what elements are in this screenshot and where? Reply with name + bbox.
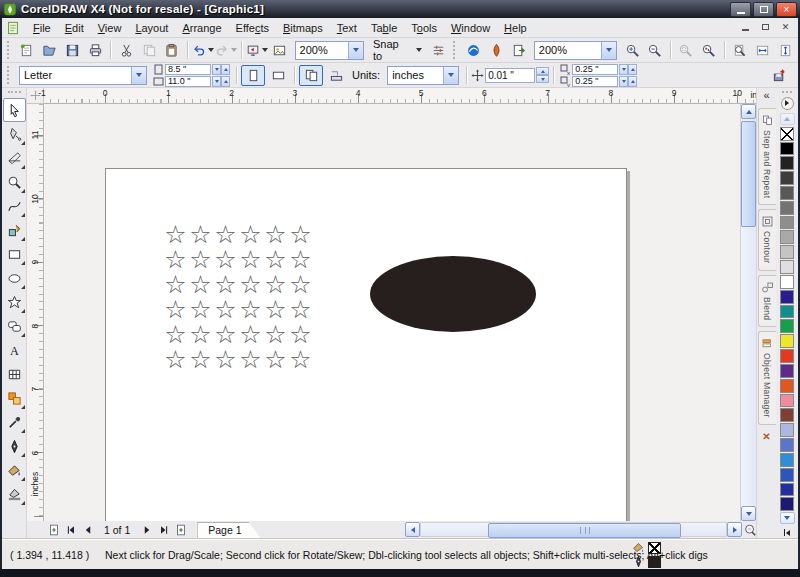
color-swatch[interactable] (780, 142, 794, 156)
nudge-down-button[interactable] (536, 75, 549, 83)
paper-type-combo[interactable]: Letter (19, 66, 147, 85)
docker-tab-object-manager[interactable]: Object Manager (758, 331, 776, 425)
chevron-down-icon[interactable] (348, 42, 363, 59)
menu-table[interactable]: Table (364, 19, 404, 37)
star-grid-object[interactable]: ☆☆☆☆☆☆☆☆☆☆☆☆☆☆☆☆☆☆☆☆☆☆☆☆☆☆☆☆☆☆☆☆☆☆☆☆ (163, 222, 319, 372)
document-close-button[interactable]: ✕ (777, 21, 794, 34)
all-pages-button[interactable] (299, 65, 323, 86)
cut-button[interactable] (115, 40, 137, 61)
duplicate-y-down-button[interactable] (619, 76, 628, 87)
black-ellipse-object[interactable] (370, 256, 536, 332)
duplicate-x-down-button[interactable] (619, 64, 628, 75)
current-page-button[interactable] (324, 65, 348, 86)
color-swatch[interactable] (780, 453, 794, 467)
menu-bitmaps[interactable]: Bitmaps (276, 19, 330, 37)
blend-tool[interactable] (3, 386, 26, 410)
add-page-button[interactable] (45, 523, 62, 538)
save-settings-button[interactable] (768, 65, 790, 86)
scroll-right-button[interactable] (727, 522, 742, 537)
paper-height-down-button[interactable] (212, 76, 221, 87)
export-page-button[interactable] (508, 40, 530, 61)
color-swatch[interactable] (780, 497, 794, 511)
vertical-scroll-thumb[interactable] (741, 121, 756, 227)
duplicate-x-up-button[interactable] (628, 64, 637, 75)
menu-help[interactable]: Help (497, 19, 534, 37)
palette-scroll-down-button[interactable] (780, 512, 795, 524)
paste-button[interactable] (161, 40, 183, 61)
basic-shapes-tool[interactable] (3, 314, 26, 338)
zoom-levels-combo[interactable]: 200% (534, 41, 617, 60)
next-page-button[interactable] (138, 523, 155, 538)
document-minimize-button[interactable] (737, 21, 754, 34)
crop-tool[interactable] (3, 146, 26, 170)
table-tool[interactable] (3, 362, 26, 386)
fill-tool[interactable] (3, 458, 26, 482)
previous-page-button[interactable] (79, 523, 96, 538)
docker-tab-contour[interactable]: Contour (758, 209, 776, 270)
scroll-left-button[interactable] (405, 522, 420, 537)
color-swatch[interactable] (780, 201, 794, 215)
duplicate-y-up-button[interactable] (628, 76, 637, 87)
open-button[interactable] (39, 40, 61, 61)
units-combo[interactable]: inches (387, 66, 459, 85)
color-swatch[interactable] (780, 349, 794, 363)
chevron-down-icon[interactable] (443, 67, 458, 84)
zoom-to-all-button[interactable] (698, 40, 720, 61)
duplicate-x-field[interactable] (572, 64, 618, 75)
color-swatch[interactable] (780, 319, 794, 333)
zoom-to-selected-button[interactable] (675, 40, 697, 61)
color-swatch[interactable] (780, 408, 794, 422)
color-swatch[interactable] (780, 468, 794, 482)
color-swatch[interactable] (780, 245, 794, 259)
property-bar-grip[interactable] (7, 66, 12, 84)
color-swatch[interactable] (780, 423, 794, 437)
duplicate-y-field[interactable] (572, 76, 618, 87)
toolbar-grip[interactable] (7, 41, 12, 59)
document-restore-button[interactable] (757, 21, 774, 34)
zoom-to-height-button[interactable] (774, 40, 796, 61)
nudge-up-button[interactable] (536, 67, 549, 75)
docker-tab-blend[interactable]: Blend (758, 275, 776, 327)
ellipse-tool[interactable] (3, 266, 26, 290)
corel-online-button[interactable] (269, 40, 291, 61)
paper-width-down-button[interactable] (212, 64, 221, 75)
new-button[interactable] (16, 40, 38, 61)
color-swatch[interactable] (780, 230, 794, 244)
welcome-screen-button[interactable] (462, 40, 484, 61)
interactive-fill-tool[interactable] (3, 482, 26, 506)
horizontal-scroll-track[interactable] (420, 522, 727, 537)
paper-height-up-button[interactable] (221, 76, 230, 87)
add-page-button[interactable] (172, 523, 189, 538)
eyedropper-tool[interactable] (3, 410, 26, 434)
paper-height-field[interactable] (165, 76, 211, 87)
palette-expand-button[interactable] (780, 527, 795, 539)
collapse-dockers-button[interactable]: « (763, 88, 769, 104)
toolbar-grip[interactable] (453, 41, 458, 59)
print-button[interactable] (84, 40, 106, 61)
text-tool[interactable]: A (3, 338, 26, 362)
zoom-in-button[interactable] (621, 40, 643, 61)
minimize-button[interactable] (730, 2, 751, 17)
fill-color-swatch[interactable] (648, 542, 661, 554)
color-swatch[interactable] (780, 275, 794, 289)
undo-button[interactable] (192, 40, 214, 61)
application-launcher-button[interactable] (246, 40, 268, 61)
first-page-button[interactable] (62, 523, 79, 538)
color-swatch[interactable] (780, 438, 794, 452)
options-button[interactable] (428, 40, 450, 61)
color-swatch[interactable] (780, 216, 794, 230)
close-docker-button[interactable]: ✕ (762, 431, 770, 442)
scroll-down-button[interactable] (741, 506, 756, 521)
zoom-out-button[interactable] (644, 40, 666, 61)
whats-new-button[interactable] (485, 40, 507, 61)
last-page-button[interactable] (155, 523, 172, 538)
color-swatch[interactable] (780, 290, 794, 304)
chevron-down-icon[interactable] (601, 42, 616, 59)
chevron-down-icon[interactable] (131, 67, 146, 84)
nudge-field[interactable] (485, 68, 535, 83)
pick-tool[interactable] (3, 98, 26, 122)
horizontal-scroll-thumb[interactable] (488, 523, 681, 538)
color-swatch[interactable] (780, 379, 794, 393)
toolbox-grip[interactable] (8, 91, 21, 95)
color-swatch[interactable] (780, 483, 794, 497)
